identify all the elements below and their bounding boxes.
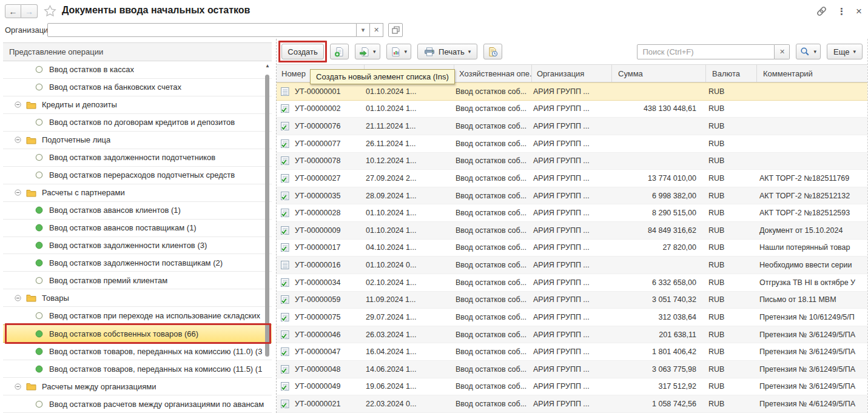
scroll-up-icon[interactable]: ▲ [264,62,271,70]
tooltip: Создать новый элемент списка (Ins) [310,69,455,84]
cell-date: 02.10.2024 1... [361,278,451,287]
reports-button[interactable]: ▾ [386,44,412,59]
tree-item-row[interactable]: Ввод остатков по договорам кредитов и де… [3,114,272,132]
cell-currency: RUB [702,243,753,252]
tree-item-row[interactable]: Ввод остатков товаров, переданных на ком… [3,343,272,360]
tree-item-row[interactable]: Ввод остатков перерасходов подотчетных с… [3,167,272,184]
column-header-organization[interactable]: Организация [532,65,612,82]
tree-item-row[interactable]: Ввод остатков задолженности подотчетнико… [3,149,272,167]
column-header-operation[interactable]: Хозяйственная опе... [454,65,532,82]
tree-scrollbar[interactable]: ▲ [264,62,271,412]
more-menu-icon[interactable]: ⋮ [837,6,846,17]
more-button[interactable]: Еще ▾ [827,44,863,59]
collapse-icon[interactable] [13,136,22,143]
cell-organization: АРИЯ ГРУПП ... [528,331,608,339]
status-empty-circle-icon [35,65,43,73]
link-icon[interactable] [816,5,827,17]
search-clear-icon[interactable]: ✕ [775,44,790,59]
column-header-comment[interactable]: Комментарий [757,65,867,82]
cell-date: 04.10.2024 1... [361,243,451,252]
table-row[interactable]: УТ-0000007529.07.2024 1...Ввод остатков … [277,309,867,326]
create-copy-button[interactable] [330,44,349,59]
column-header-sum[interactable]: Сумма [612,65,706,82]
cell-organization: АРИЯ ГРУПП ... [528,365,608,374]
table-row[interactable]: УТ-0000004814.06.2024 1...Ввод остатков … [277,361,867,378]
table-row[interactable]: УТ-0000007810.12.2024 1...Ввод остатков … [277,153,867,170]
table-row[interactable]: УТ-0000001601.10.2024 0...Ввод остатков … [277,257,867,274]
tree-item-row[interactable]: Ввод остатков на банковских счетах [3,79,272,96]
table-row[interactable]: УТ-0000002122.03.2024 0...Ввод остатков … [277,395,867,413]
tree-group-row[interactable]: Расчеты с партнерами [3,184,272,202]
close-icon[interactable]: × [856,6,862,16]
tree-item-row[interactable]: Ввод остатков в кассах [3,61,272,79]
tree-group-row[interactable]: Товары [3,289,272,307]
caret-down-icon: ▾ [853,49,856,55]
tree-group-row[interactable]: Расчеты между организациями [3,378,272,395]
table-row[interactable]: УТ-0000000901.10.2024 1...Ввод остатков … [277,222,867,240]
cell-date: 01.10.2024 1... [361,104,451,113]
tree-group-row[interactable]: Подотчетные лица [3,132,272,149]
create-button[interactable]: Создать [281,44,324,59]
open-picker-icon[interactable] [388,23,403,37]
tree-item-label: Ввод остатков авансов клиентов (1) [49,206,181,215]
titlebar: ← → Документы ввода начальных остатков ⋮… [0,0,868,21]
table-row[interactable]: УТ-0000004716.04.2024 1...Ввод остатков … [277,343,867,361]
tree-item-row[interactable]: Ввод остатков при переходе на использова… [3,307,272,324]
table-row[interactable]: УТ-0000001704.10.2024 1...Ввод остатков … [277,240,867,257]
table-row[interactable]: УТ-0000007621.11.2024 1...Ввод остатков … [277,118,867,135]
cell-date: 22.03.2024 0... [361,400,451,408]
collapse-icon[interactable] [13,295,22,301]
table-row[interactable]: УТ-0000005911.09.2024 1...Ввод остатков … [277,292,867,309]
cell-number: УТ-00000034 [292,278,361,287]
tree-item-row[interactable]: Ввод остатков премий клиентам [3,272,272,289]
collapse-icon[interactable] [13,383,22,390]
table-row[interactable]: УТ-0000002727.09.2024 2...Ввод остатков … [277,170,867,187]
document-posted-icon [277,139,292,149]
tree-item-row[interactable]: Ввод остатков расчетов между организация… [3,395,272,413]
document-posted-icon [277,208,292,218]
search-options-button[interactable]: ▾ [796,44,821,59]
dropdown-caret-icon[interactable]: ▾ [357,23,370,37]
tree-group-row[interactable]: Кредиты и депозиты [3,96,272,114]
cell-currency: RUB [702,365,753,374]
cell-number: УТ-00000016 [292,261,361,269]
tree-item-label: Подотчетные лица [42,135,110,144]
organization-combobox: ▾ ✕ [47,23,383,37]
collapse-icon[interactable] [13,101,22,108]
print-button[interactable]: Печать ▾ [417,44,477,59]
tree-item-row[interactable]: Ввод остатков собственных товаров (66) [3,324,272,343]
table-row[interactable]: УТ-0000004626.03.2024 1...Ввод остатков … [277,326,867,344]
table-row[interactable]: УТ-0000007726.11.2024 1...Ввод остатков … [277,135,867,153]
table-row[interactable]: УТ-0000003402.10.2024 1...Ввод остатков … [277,274,867,292]
tree-item-row[interactable]: Ввод остатков задолженности поставщикам … [3,254,272,272]
operation-tree-panel: Представление операции Ввод остатков в к… [3,42,272,413]
scrollbar-thumb[interactable] [265,75,269,357]
document-icon [277,87,292,96]
organization-input[interactable] [47,23,357,37]
favorite-star-icon[interactable] [44,5,56,19]
search-input[interactable] [637,44,775,59]
post-document-button[interactable]: ▾ [355,44,380,59]
tree-item-row[interactable]: Ввод остатков авансов поставщикам (1) [3,220,272,237]
tree-item-row[interactable]: Ввод остатков авансов клиентов (1) [3,202,272,220]
column-header-currency[interactable]: Валюта [706,65,757,82]
document-posted-icon [277,295,292,304]
table-row[interactable]: УТ-0000000101.10.2024 1...Ввод остатков … [277,82,867,101]
cell-date: 29.07.2024 1... [361,313,451,321]
table-row[interactable]: УТ-0000002801.10.2024 1...Ввод остатков … [277,204,867,222]
cell-sum: 13 774 010,00 [608,174,702,183]
clear-field-icon[interactable]: ✕ [370,23,383,37]
scheduled-documents-button[interactable] [483,44,502,59]
forward-button[interactable]: → [21,4,38,18]
table-row[interactable]: УТ-0000004919.06.2024 1...Ввод остатков … [277,378,867,396]
tree-header[interactable]: Представление операции [3,42,272,61]
collapse-icon[interactable] [13,189,22,196]
tree-item-row[interactable]: Ввод остатков товаров, переданных на ком… [3,360,272,378]
document-icon [277,260,292,270]
back-button[interactable]: ← [5,4,21,18]
document-posted-icon [277,156,292,166]
tree-item-row[interactable]: Ввод остатков задолженности клиентов (3) [3,237,272,255]
table-row[interactable]: УТ-0000003528.09.2024 1...Ввод остатков … [277,187,867,205]
table-row[interactable]: УТ-0000000201.10.2024 1...Ввод остатков … [277,101,867,118]
content: Представление операции Ввод остатков в к… [0,39,868,413]
